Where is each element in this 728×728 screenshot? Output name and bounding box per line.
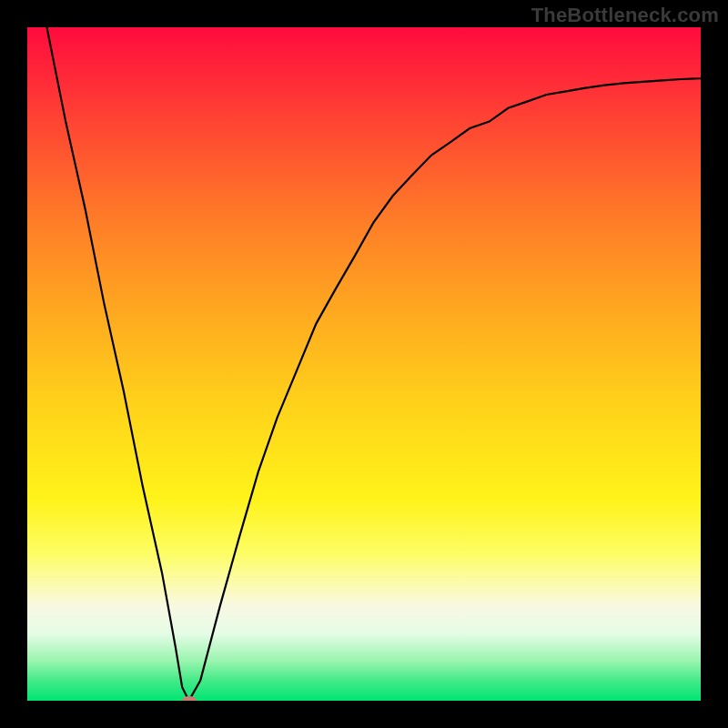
bottleneck-curve	[27, 27, 701, 701]
watermark-text: TheBottleneck.com	[531, 4, 719, 27]
chart-plot-area	[27, 27, 701, 701]
optimum-marker	[182, 696, 197, 701]
chart-frame: TheBottleneck.com	[0, 0, 728, 728]
